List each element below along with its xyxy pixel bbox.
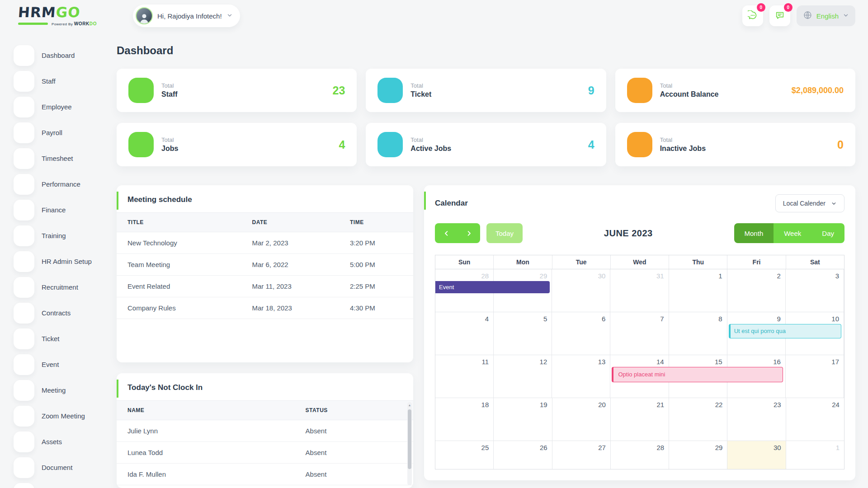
stat-card-prefix: Total	[161, 82, 178, 89]
sidebar-item-assets[interactable]: Assets	[14, 429, 117, 455]
column-header: DATE	[241, 213, 339, 232]
calendar-day-header: Wed	[611, 255, 669, 269]
calendar-today-button[interactable]: Today	[486, 223, 523, 243]
chevron-right-icon	[93, 129, 99, 137]
calendar-day-header: Tue	[552, 255, 611, 269]
sidebar-item-employee[interactable]: Employee	[14, 94, 117, 120]
calendar-day-cell[interactable]: 22	[669, 398, 727, 441]
sidebar-item-email-templates[interactable]: Email Templates	[14, 480, 117, 488]
screen-share-icon	[128, 132, 154, 157]
calendar-day-cell[interactable]: 2	[727, 269, 786, 312]
stat-card-inactive-jobs: TotalInactive Jobs0	[615, 123, 855, 166]
scrollbar-thumb[interactable]	[408, 409, 411, 469]
sidebar-item-zoom-meeting[interactable]: Zoom Meeting	[14, 403, 117, 429]
calendar-day-cell[interactable]: 20	[552, 398, 611, 441]
calendar-day-cell[interactable]: 1	[669, 269, 727, 312]
sidebar-item-event[interactable]: Event	[14, 352, 117, 377]
calendar-view-month[interactable]: Month	[734, 223, 774, 243]
table-cell: New Technology	[117, 232, 241, 254]
file-icon	[14, 457, 34, 478]
table-cell: 5:00 PM	[339, 254, 413, 276]
column-header: TIME	[339, 213, 413, 232]
calendar-day-cell[interactable]: 30	[552, 269, 610, 312]
sidebar-item-label: Performance	[42, 180, 80, 188]
calendar-day-cell[interactable]: 29	[669, 441, 727, 469]
calendar-prev-button[interactable]	[435, 223, 458, 243]
sidebar-item-training[interactable]: Training	[14, 223, 117, 249]
brand-logo[interactable]: HRMGO Powered By WORKDO	[18, 5, 117, 26]
language-selector[interactable]: English	[797, 5, 855, 26]
chat-bubble-icon	[748, 10, 758, 22]
calendar-day-cell[interactable]: 11	[435, 355, 494, 398]
calendar-day-cell[interactable]: 8	[669, 312, 727, 355]
calendar-day-cell[interactable]: 31	[610, 269, 669, 312]
calendar-day-cell[interactable]: 19	[494, 398, 552, 441]
stat-card-label: Inactive Jobs	[660, 145, 706, 153]
table-row: Event RelatedMar 11, 20232:25 PM	[117, 276, 413, 297]
calendar-day-cell[interactable]: 13	[552, 355, 610, 398]
calendar-day-cell[interactable]: 24	[786, 398, 844, 441]
sidebar-item-staff[interactable]: Staff	[14, 68, 117, 94]
sidebar-item-hr-admin-setup[interactable]: HR Admin Setup	[14, 249, 117, 274]
sidebar-item-payroll[interactable]: Payroll	[14, 120, 117, 145]
sidebar-item-meeting[interactable]: Meeting	[14, 377, 117, 403]
messages-button[interactable]: 0	[742, 5, 763, 26]
sidebar-item-label: Recruitment	[42, 283, 78, 291]
user-menu[interactable]: Hi, Rajodiya Infotech!	[133, 5, 240, 27]
sidebar-item-label: Document	[42, 464, 72, 471]
calendar-day-cell[interactable]: 18	[435, 398, 494, 441]
notifications-button[interactable]: 0	[769, 5, 790, 26]
calendar-day-header: Thu	[669, 255, 727, 269]
ticket-icon	[14, 328, 34, 349]
sidebar-item-document[interactable]: Document	[14, 455, 117, 480]
sidebar-item-label: Dashboard	[42, 52, 75, 59]
stat-card-active-jobs: TotalActive Jobs4	[366, 123, 606, 166]
column-header: TITLE	[117, 213, 241, 232]
calendar-day-cell[interactable]: 1	[786, 441, 844, 469]
notifications-badge: 0	[784, 3, 793, 12]
calendar-day-cell[interactable]: 5	[494, 312, 552, 355]
calendar-day-cell[interactable]: 6	[552, 312, 610, 355]
calendar-day-cell[interactable]: 21	[611, 398, 669, 441]
sidebar-item-contracts[interactable]: Contracts	[14, 300, 117, 326]
save-icon	[14, 303, 34, 324]
calendar-clock-icon	[14, 380, 34, 401]
calendar-day-cell[interactable]: 27	[552, 441, 611, 469]
calendar-event[interactable]: Optio placeat mini	[612, 367, 783, 382]
sidebar-item-finance[interactable]: Finance	[14, 197, 117, 223]
calendar-view-week[interactable]: Week	[774, 223, 811, 243]
user-plus-icon	[14, 251, 34, 272]
calendar-next-button[interactable]	[458, 223, 480, 243]
users-icon	[14, 71, 34, 92]
calendar-day-cell[interactable]: 28	[611, 441, 669, 469]
sidebar-item-label: Payroll	[42, 129, 62, 136]
calendar-day-cell[interactable]: 4	[435, 312, 494, 355]
calendar-day-cell[interactable]: 17	[786, 355, 844, 398]
calendar-day-cell[interactable]: 30	[727, 441, 786, 469]
calendar-day-cell[interactable]: 7	[610, 312, 669, 355]
brand-underline	[18, 23, 48, 25]
receipt-icon	[14, 122, 34, 143]
top-bar: HRMGO Powered By WORKDO Hi, Rajodiya Inf…	[0, 0, 868, 32]
calendar-day-cell[interactable]: 25	[435, 441, 494, 469]
calendar-event[interactable]: Event	[435, 281, 550, 293]
sidebar-item-recruitment[interactable]: Recruitment	[14, 274, 117, 300]
powered-by: Powered By WORKDO	[52, 21, 97, 26]
calendar-source-select[interactable]: Local Calender	[775, 194, 844, 212]
calendar-event[interactable]: Ut est qui porro qua	[729, 324, 841, 338]
calendar-day-cell[interactable]: 26	[494, 441, 552, 469]
calendar-day-cell[interactable]: 12	[494, 355, 552, 398]
calendar-week-row: 11121314151617Optio placeat mini	[435, 355, 844, 398]
sidebar-item-dashboard[interactable]: Dashboard	[14, 42, 117, 68]
scrollbar[interactable]: ▲	[407, 402, 412, 485]
sidebar-item-timesheet[interactable]: Timesheet	[14, 145, 117, 171]
scroll-icon	[14, 277, 34, 298]
calendar-day-cell[interactable]: 23	[727, 398, 786, 441]
sidebar-item-ticket[interactable]: Ticket	[14, 326, 117, 352]
sidebar-item-performance[interactable]: Performance	[14, 171, 117, 197]
table-cell: Ida F. Mullen	[117, 464, 295, 485]
calendar-day-cell[interactable]: 3	[786, 269, 844, 312]
calendar-view-day[interactable]: Day	[811, 223, 844, 243]
table-row: Company RulesMar 18, 20234:30 PM	[117, 297, 413, 319]
user-icon	[14, 97, 34, 117]
